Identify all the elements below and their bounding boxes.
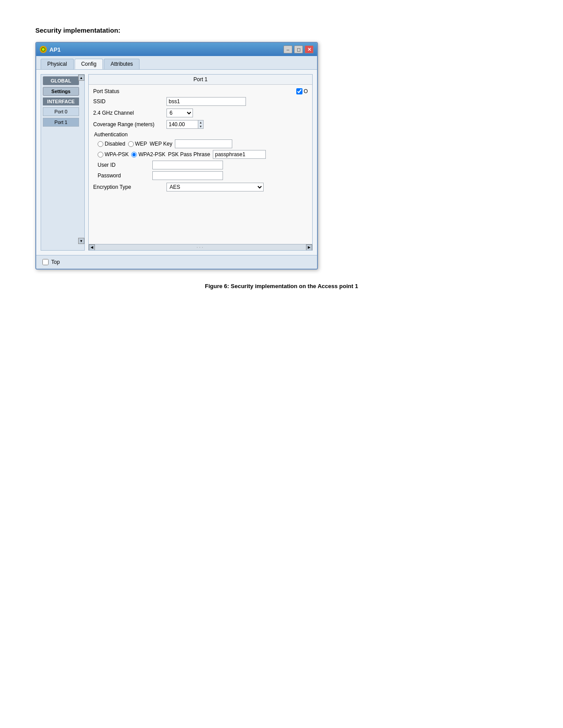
tab-bar: Physical Config Attributes: [36, 56, 317, 70]
port-status-right: O: [296, 88, 308, 94]
coverage-spinner: ▲ ▼: [166, 120, 204, 129]
channel-row: 2.4 GHz Channel 6: [93, 109, 308, 117]
minimize-button[interactable]: –: [283, 45, 292, 53]
auth-wep-radio-label[interactable]: WEP: [128, 141, 147, 147]
window: AP1 – ◻ ✕ Physical Config Attributes ▲ G…: [35, 42, 318, 270]
password-label: Password: [98, 173, 150, 179]
port-status-row: Port Status O: [93, 88, 308, 94]
spinner-buttons: ▲ ▼: [198, 120, 203, 128]
port-status-on: O: [304, 88, 308, 94]
psk-phrase-label: PSK Pass Phrase: [168, 151, 210, 158]
encryption-label: Encryption Type: [93, 184, 164, 190]
auth-wpa2psk-radio-label[interactable]: WPA2-PSK: [131, 151, 165, 158]
sidebar-scroll-down[interactable]: ▼: [78, 238, 84, 244]
port-status-label: Port Status: [93, 88, 164, 94]
top-label: Top: [51, 259, 60, 265]
window-title-text: AP1: [49, 46, 60, 53]
window-title-left: AP1: [40, 46, 60, 53]
hscroll-right[interactable]: ▶: [306, 244, 312, 251]
wep-key-label: WEP Key: [150, 141, 172, 147]
auth-section: Authentication Disabled WEP WEP Key: [93, 131, 308, 180]
window-app-icon: [40, 46, 47, 53]
coverage-input[interactable]: [167, 120, 198, 128]
page-heading: Security implementatation:: [35, 26, 528, 34]
spinner-up[interactable]: ▲: [198, 120, 203, 124]
userid-label: User ID: [98, 162, 150, 168]
sidebar-item-port1[interactable]: Port 1: [43, 118, 79, 127]
auth-wpa2psk-text: WPA2-PSK: [138, 151, 165, 158]
userid-row: User ID: [98, 161, 308, 169]
settings-button[interactable]: Settings: [43, 87, 79, 96]
tab-physical[interactable]: Physical: [41, 59, 74, 69]
content-scroll: Port Status O SSID 2.4 GHz Channel 6: [89, 85, 312, 244]
close-button[interactable]: ✕: [305, 45, 314, 53]
window-body: ▲ GLOBAL Settings INTERFACE Port 0 Port …: [36, 70, 317, 255]
window-controls: – ◻ ✕: [283, 45, 314, 53]
ssid-row: SSID: [93, 97, 308, 106]
global-button[interactable]: GLOBAL: [43, 76, 79, 85]
sidebar: ▲ GLOBAL Settings INTERFACE Port 0 Port …: [41, 74, 85, 251]
content-panel: Port 1 Port Status O SSID 2.4: [88, 74, 313, 251]
window-footer: Top: [36, 255, 317, 269]
channel-select[interactable]: 6: [166, 109, 193, 117]
password-input[interactable]: [152, 171, 223, 180]
window-icon-inner: [41, 47, 45, 52]
auth-row-1: Disabled WEP WEP Key: [98, 139, 308, 148]
auth-wpa2psk-radio[interactable]: [131, 152, 137, 158]
auth-disabled-radio-label[interactable]: Disabled: [98, 141, 125, 147]
hscroll-track[interactable]: ···: [95, 244, 306, 251]
encryption-select[interactable]: AES: [166, 183, 264, 191]
port-header: Port 1: [89, 75, 312, 85]
figure-caption: Figure 6: Security implementation on the…: [35, 283, 528, 289]
password-row: Password: [98, 171, 308, 180]
window-titlebar: AP1 – ◻ ✕: [36, 43, 317, 56]
auth-row-2: WPA-PSK WPA2-PSK PSK Pass Phrase: [98, 150, 308, 159]
auth-label: Authentication: [94, 131, 308, 138]
sidebar-item-port0[interactable]: Port 0: [43, 107, 79, 116]
wep-key-input[interactable]: [175, 139, 232, 148]
auth-wpapsk-radio[interactable]: [98, 152, 103, 158]
interface-label: INTERFACE: [43, 98, 79, 105]
ssid-label: SSID: [93, 98, 164, 105]
auth-wep-radio[interactable]: [128, 141, 134, 147]
restore-button[interactable]: ◻: [294, 45, 303, 53]
auth-wpapsk-radio-label[interactable]: WPA-PSK: [98, 151, 128, 158]
auth-disabled-radio[interactable]: [98, 141, 103, 147]
spinner-down[interactable]: ▼: [198, 124, 203, 128]
tab-attributes[interactable]: Attributes: [104, 59, 140, 69]
coverage-label: Coverage Range (meters): [93, 121, 164, 128]
horizontal-scrollbar: ◀ ··· ▶: [89, 244, 312, 250]
encryption-row: Encryption Type AES: [93, 183, 308, 191]
top-checkbox[interactable]: [42, 259, 49, 265]
psk-phrase-input[interactable]: [213, 150, 266, 159]
auth-wep-text: WEP: [135, 141, 147, 147]
userid-input[interactable]: [152, 161, 223, 169]
coverage-row: Coverage Range (meters) ▲ ▼: [93, 120, 308, 129]
channel-label: 2.4 GHz Channel: [93, 110, 164, 116]
hscroll-left[interactable]: ◀: [89, 244, 95, 251]
auth-disabled-text: Disabled: [105, 141, 125, 147]
tab-config[interactable]: Config: [75, 59, 103, 69]
sidebar-scroll-up[interactable]: ▲: [78, 75, 84, 81]
auth-wpapsk-text: WPA-PSK: [105, 151, 128, 158]
port-status-checkbox[interactable]: [296, 88, 302, 94]
hscroll-dots: ···: [196, 245, 204, 250]
ssid-input[interactable]: [166, 97, 246, 106]
